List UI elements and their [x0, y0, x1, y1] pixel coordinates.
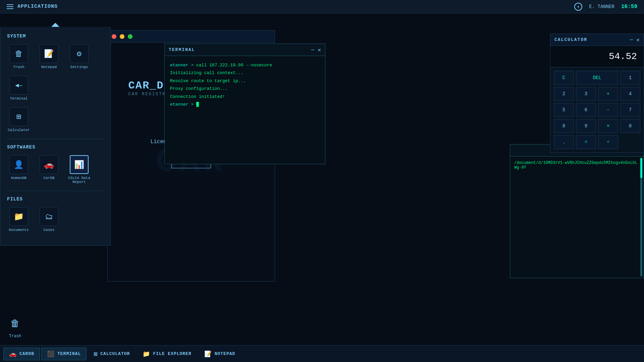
cardb-titlebar	[108, 31, 275, 43]
cslca-label: CSLCA Data Report	[67, 176, 91, 184]
taskbar-file-explorer[interactable]: 📁 FILE EXPLORER	[137, 348, 197, 360]
terminal-taskbar-icon: ⬛	[47, 350, 55, 358]
desktop-trash-icon[interactable]: 🗑 Trash	[7, 315, 23, 339]
terminal-line-3: Resolve route to target ip...	[170, 77, 320, 85]
calculator-title: CALCULATOR	[554, 37, 587, 42]
divider-1	[7, 139, 104, 139]
terminal-line-2: Initializing call context...	[170, 69, 320, 77]
app-menu: System 🗑 Trash 📝 Notepad ⚙ Settings ◀— T…	[0, 27, 111, 246]
file-explorer-taskbar-label: FILE EXPLORER	[153, 351, 191, 356]
output-panel: — ✕ /document/d/10MD3rV1-wV6hJCHzuZZGepd…	[510, 144, 644, 278]
cardb-minimize-btn[interactable]	[120, 34, 124, 39]
calc-btn-equals[interactable]: =	[576, 135, 596, 149]
calculator-menu-icon: ⊞	[9, 107, 28, 126]
calculator-menu-label: Calculator	[8, 128, 30, 132]
terminal-window: TERMINAL — ✕ etanner > call 187.222.19.9…	[164, 44, 325, 164]
calc-btn-3[interactable]: 3	[576, 87, 596, 101]
file-explorer-taskbar-icon: 📁	[143, 350, 150, 358]
calc-btn-9[interactable]: 9	[576, 119, 596, 133]
calc-btn-0[interactable]: 0	[620, 119, 640, 133]
calc-btn-plus[interactable]: +	[598, 87, 618, 101]
taskbar-terminal[interactable]: ⬛ TERMINAL	[41, 348, 87, 360]
calculator-display: 54.52	[550, 46, 644, 67]
calculator-controls: — ✕	[630, 37, 640, 43]
cardb-close-btn[interactable]	[112, 34, 116, 39]
cardb-maximize-btn[interactable]	[128, 34, 132, 39]
calc-btn-dot[interactable]: .	[554, 135, 574, 149]
software-icons-row: 👤 HumanDB 🚗 CarDB 📊 CSLCA Data Report	[7, 155, 104, 184]
trash-label: Trash	[9, 334, 21, 339]
hamburger-menu[interactable]	[7, 4, 13, 9]
system-icons-row-2: ⊞ Calculator	[7, 107, 104, 132]
calc-btn-5[interactable]: 5	[554, 103, 574, 117]
calculator-minimize-btn[interactable]: —	[630, 37, 633, 43]
calc-btn-2[interactable]: 2	[554, 87, 574, 101]
documents-icon: 📁	[9, 207, 28, 226]
divider-2	[7, 191, 104, 191]
calc-btn-8[interactable]: 8	[554, 119, 574, 133]
calc-btn-7[interactable]: 7	[620, 103, 640, 117]
menu-item-calculator[interactable]: ⊞ Calculator	[7, 107, 31, 132]
menu-item-cslca[interactable]: 📊 CSLCA Data Report	[67, 155, 91, 184]
notepad-taskbar-label: NOTEPAD	[215, 351, 235, 356]
terminal-body: etanner > call 187.222.19.98 --nosecure …	[165, 56, 325, 164]
calc-btn-del[interactable]: DEL	[576, 71, 618, 85]
cslca-icon: 📊	[70, 155, 89, 174]
taskbar: 🚗 CARDB ⬛ TERMINAL ⊞ CALCULATOR 📁 FILE E…	[0, 345, 644, 362]
taskbar-notepad[interactable]: 📝 NOTEPAD	[199, 348, 241, 360]
calc-btn-1[interactable]: 1	[620, 71, 640, 85]
files-section-title: Files	[7, 196, 104, 202]
topbar: APPLICATIONS ★ E. TANNER 16:59	[0, 0, 644, 13]
output-scrollbar-thumb[interactable]	[640, 158, 642, 178]
menu-item-notepad[interactable]: 📝 Notepad	[37, 44, 61, 69]
menu-item-settings[interactable]: ⚙ Settings	[67, 44, 91, 69]
calc-btn-mult[interactable]: ×	[598, 119, 618, 133]
menu-item-terminal[interactable]: ◀— Terminal	[7, 76, 31, 101]
cardb-taskbar-label: CARDB	[19, 351, 34, 356]
terminal-close-btn[interactable]: ✕	[318, 47, 321, 53]
softwares-section-title: Softwares	[7, 144, 104, 150]
terminal-title: TERMINAL	[169, 47, 195, 52]
terminal-titlebar: TERMINAL — ✕	[165, 44, 325, 56]
desktop: 🗑 Trash System 🗑 Trash 📝 Notepad ⚙ Setti…	[0, 13, 644, 345]
calculator-close-btn[interactable]: ✕	[636, 37, 640, 43]
trash-menu-icon: 🗑	[9, 44, 28, 63]
humandb-label: HumanDB	[11, 176, 26, 180]
user-name: E. TANNER	[589, 4, 614, 9]
menu-item-cases[interactable]: 🗂 Cases	[37, 207, 61, 232]
calc-btn-minus[interactable]: -	[598, 103, 618, 117]
terminal-line-6: etanner > _	[170, 101, 320, 108]
menu-item-trash[interactable]: 🗑 Trash	[7, 44, 31, 69]
app-title: APPLICATIONS	[17, 4, 58, 9]
menu-item-documents[interactable]: 📁 Documents	[7, 207, 31, 232]
menu-item-cardb[interactable]: 🚗 CarDB	[37, 155, 61, 184]
system-section-title: System	[7, 34, 104, 39]
terminal-line-1: etanner > call 187.222.19.98 --nosecure	[170, 61, 320, 69]
calculator-window: CALCULATOR — ✕ 54.52 C DEL 1 2 3 + 4 5 6…	[550, 34, 644, 153]
terminal-line-5: Connection initiated!	[170, 93, 320, 101]
user-avatar-icon: ★	[574, 3, 582, 11]
calc-btn-4[interactable]: 4	[620, 87, 640, 101]
trash-icon: 🗑	[7, 315, 23, 332]
menu-item-humandb[interactable]: 👤 HumanDB	[7, 155, 31, 184]
terminal-line-4: Proxy configuration...	[170, 85, 320, 93]
terminal-taskbar-label: TERMINAL	[57, 351, 81, 356]
calculator-taskbar-label: CALCULATOR	[100, 351, 130, 356]
taskbar-cardb[interactable]: 🚗 CARDB	[3, 348, 40, 360]
cases-icon: 🗂	[40, 207, 58, 226]
calc-btn-div[interactable]: ÷	[598, 135, 618, 149]
menu-arrow	[51, 23, 59, 27]
output-body: /document/d/10MD3rV1-wV6hJCHzuZZGepds5MI…	[510, 157, 644, 278]
output-scrollbar[interactable]	[640, 158, 642, 277]
topbar-left: APPLICATIONS	[7, 4, 58, 9]
taskbar-calculator[interactable]: ⊞ CALCULATOR	[88, 348, 136, 360]
calc-btn-6[interactable]: 6	[576, 103, 596, 117]
calculator-buttons: C DEL 1 2 3 + 4 5 6 - 7 8 9 × 0 . = ÷	[550, 67, 644, 153]
cases-label: Cases	[43, 228, 54, 232]
notepad-menu-icon: 📝	[40, 44, 58, 63]
notepad-taskbar-icon: 📝	[204, 350, 212, 358]
calc-btn-c[interactable]: C	[554, 71, 574, 85]
settings-menu-icon: ⚙	[70, 44, 89, 63]
files-icons-row: 📁 Documents 🗂 Cases	[7, 207, 104, 232]
terminal-minimize-btn[interactable]: —	[311, 47, 315, 53]
